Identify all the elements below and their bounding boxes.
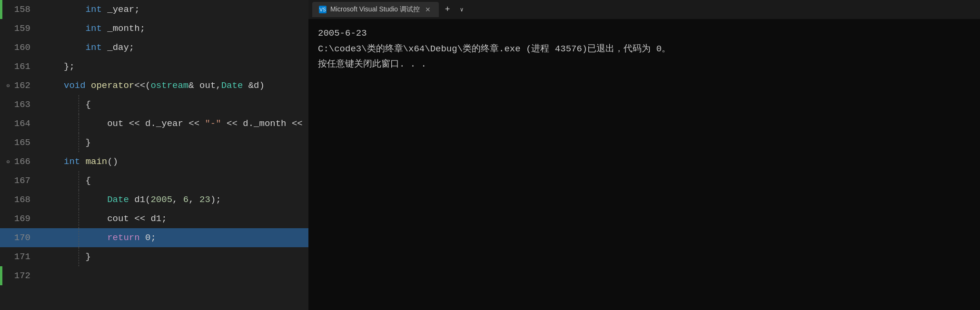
code-token: ); <box>210 194 221 205</box>
line-gutter: 170 <box>0 228 62 247</box>
terminal-add-tab[interactable]: + <box>441 3 454 16</box>
code-token: , <box>172 194 183 205</box>
green-bar <box>0 209 2 228</box>
code-token: _day; <box>102 42 134 53</box>
collapse-icon <box>4 25 12 32</box>
code-content: void operator<<(ostream& out,Date &d) <box>62 76 308 95</box>
code-token: &d) <box>243 80 265 91</box>
code-line: ⊖162void operator<<(ostream& out,Date &d… <box>0 76 308 95</box>
terminal-content: 2005-6-23C:\code3\类的终章\x64\Debug\类的终章.ex… <box>308 19 980 310</box>
green-bar <box>0 228 2 247</box>
code-token <box>64 194 107 205</box>
code-token: operator <box>91 80 134 91</box>
code-token: d1( <box>129 194 151 205</box>
code-token <box>64 23 86 34</box>
green-bar <box>0 266 2 285</box>
line-gutter: ⊖162 <box>0 76 62 95</box>
code-content <box>62 266 308 285</box>
green-bar <box>0 38 2 57</box>
code-token <box>64 232 107 243</box>
code-token: , <box>188 194 199 205</box>
code-token: { <box>64 99 91 110</box>
line-gutter: 163 <box>0 95 62 114</box>
line-number: 170 <box>13 232 34 243</box>
line-gutter: 172 <box>0 266 62 285</box>
line-gutter: ⊖166 <box>0 152 62 171</box>
code-line: 165 } <box>0 133 308 152</box>
line-gutter: 171 <box>0 247 62 266</box>
code-content: { <box>62 171 308 190</box>
line-number: 171 <box>13 252 34 262</box>
code-area: 158 int _year;159 int _month;160 int _da… <box>0 0 308 310</box>
line-number: 159 <box>13 23 34 34</box>
line-gutter: 159 <box>0 19 62 38</box>
code-token: }; <box>64 61 75 72</box>
vs-icon-text: VS <box>319 7 326 12</box>
code-token: cout << d1; <box>64 213 167 224</box>
green-bar <box>0 247 2 266</box>
green-bar <box>0 152 2 171</box>
line-number: 172 <box>13 271 34 281</box>
collapse-icon <box>4 177 12 184</box>
green-bar <box>0 57 2 76</box>
terminal-tab-close[interactable]: ✕ <box>424 5 432 14</box>
collapse-icon <box>4 196 12 203</box>
code-token: & out, <box>188 80 221 91</box>
code-token <box>64 4 86 15</box>
code-token: Date <box>221 80 243 91</box>
line-gutter: 161 <box>0 57 62 76</box>
terminal-tab[interactable]: VS Microsoft Visual Studio 调试控 ✕ <box>312 2 439 17</box>
code-token: 6 <box>183 194 188 205</box>
code-token: ostream <box>150 80 188 91</box>
line-gutter: 169 <box>0 209 62 228</box>
code-content: } <box>62 247 308 266</box>
line-gutter: 160 <box>0 38 62 57</box>
code-line: 164 out << d._year << "-" << d._month << <box>0 114 308 133</box>
code-line: 158 int _year; <box>0 0 308 19</box>
code-content: return 0; <box>62 228 308 247</box>
code-line: 172 <box>0 266 308 285</box>
terminal-panel: VS Microsoft Visual Studio 调试控 ✕ + ∨ 200… <box>308 0 980 310</box>
code-token: "-" <box>205 118 221 129</box>
collapse-icon[interactable]: ⊖ <box>4 82 12 89</box>
code-token: int <box>86 23 102 34</box>
line-number: 161 <box>13 61 34 72</box>
collapse-icon <box>4 215 12 223</box>
terminal-output-line: 按任意键关闭此窗口. . . <box>318 58 970 71</box>
collapse-icon[interactable]: ⊖ <box>4 158 12 165</box>
terminal-tab-dropdown[interactable]: ∨ <box>456 4 467 15</box>
green-bar <box>0 0 2 19</box>
code-line: 160 int _day; <box>0 38 308 57</box>
code-token: () <box>107 156 118 167</box>
code-content: int _year; <box>62 0 308 19</box>
code-token <box>64 42 86 53</box>
collapse-icon <box>4 139 12 146</box>
green-bar <box>0 171 2 190</box>
code-token: int <box>86 4 102 15</box>
line-number: 164 <box>13 118 34 129</box>
code-token: int <box>64 156 80 167</box>
code-content: cout << d1; <box>62 209 308 228</box>
line-number: 160 <box>13 42 34 53</box>
code-content: int main() <box>62 152 308 171</box>
code-token: int <box>86 42 102 53</box>
code-token: Date <box>107 194 129 205</box>
code-content: { <box>62 95 308 114</box>
green-bar <box>0 95 2 114</box>
line-number: 158 <box>13 4 34 15</box>
code-line: 170 return 0; <box>0 228 308 247</box>
code-line: 163 { <box>0 95 308 114</box>
code-content: } <box>62 133 308 152</box>
line-number: 168 <box>13 194 34 205</box>
code-line: 161}; <box>0 57 308 76</box>
code-token <box>80 156 85 167</box>
terminal-tab-bar: VS Microsoft Visual Studio 调试控 ✕ + ∨ <box>308 0 980 19</box>
collapse-icon <box>4 6 12 13</box>
code-content: }; <box>62 57 308 76</box>
code-content: int _day; <box>62 38 308 57</box>
code-content: int _month; <box>62 19 308 38</box>
green-bar <box>0 76 2 95</box>
line-number: 165 <box>13 137 34 148</box>
collapse-icon <box>4 44 12 51</box>
code-token: main <box>86 156 108 167</box>
